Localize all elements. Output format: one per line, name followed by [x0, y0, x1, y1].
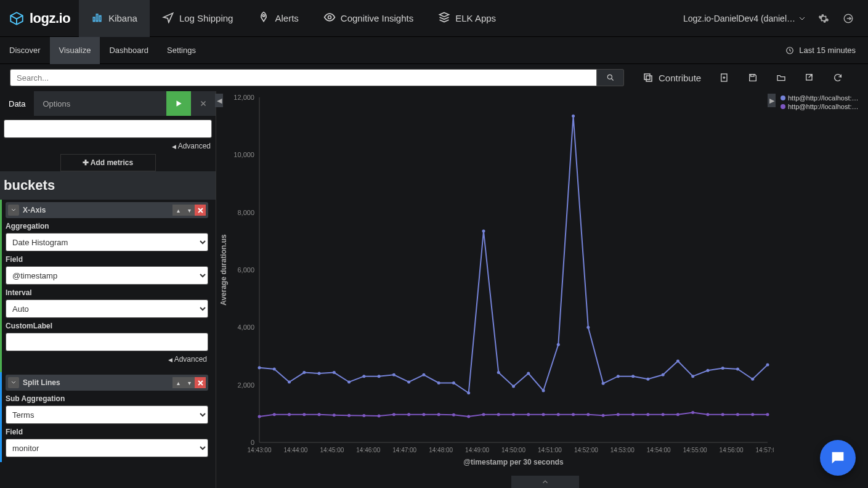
bucket-xaxis: X-Axis ▴ ▾ Aggregation Date Histogram Fi… [0, 200, 212, 372]
user-label: Logz.io-DanielDev4 (daniel… [683, 14, 795, 23]
sub-nav: DiscoverVisualizeDashboardSettings Last … [0, 37, 868, 64]
legend-expand-handle[interactable]: ▶ [768, 94, 776, 107]
metric-label-input[interactable] [4, 120, 212, 138]
move-up-button[interactable]: ▴ [172, 205, 184, 216]
svg-point-72 [751, 378, 754, 381]
svg-point-44 [333, 371, 336, 374]
svg-point-80 [347, 414, 351, 417]
svg-text:4,000: 4,000 [237, 323, 254, 331]
svg-point-45 [347, 381, 351, 384]
split-field-select[interactable]: monitor [6, 439, 208, 457]
remove-bucket-button[interactable] [195, 377, 206, 388]
add-metrics-button[interactable]: ✚ Add metrics [60, 154, 156, 171]
svg-point-63 [617, 375, 620, 378]
subnav-discover[interactable]: Discover [0, 37, 50, 64]
svg-text:14:44:00: 14:44:00 [283, 447, 307, 453]
svg-point-86 [437, 413, 440, 416]
intercom-chat-button[interactable] [820, 440, 856, 476]
brand-name: logz.io [30, 10, 70, 26]
interval-select[interactable]: Auto [6, 299, 208, 318]
svg-text:14:56:00: 14:56:00 [720, 447, 744, 453]
settings-gear-icon[interactable] [817, 12, 830, 25]
field-select[interactable]: @timestamp [6, 266, 208, 285]
save-icon[interactable] [748, 73, 758, 83]
legend-item[interactable]: http@http://localhost:… [781, 102, 866, 111]
search-input[interactable] [10, 69, 597, 86]
subagg-select[interactable]: Terms [6, 405, 208, 424]
sidebar-collapse-handle[interactable]: ◀ [215, 94, 223, 107]
svg-text:10,000: 10,000 [233, 151, 254, 158]
share-icon[interactable] [805, 73, 814, 83]
svg-point-66 [662, 373, 665, 376]
collapse-toggle[interactable] [8, 205, 19, 216]
svg-point-87 [452, 413, 455, 417]
legend-item[interactable]: http@http://localhost:… [781, 94, 866, 102]
spy-panel-toggle[interactable] [511, 476, 579, 488]
refresh-icon[interactable] [833, 73, 843, 83]
move-down-button[interactable]: ▾ [184, 205, 195, 216]
svg-point-82 [378, 415, 381, 418]
discard-button[interactable] [191, 91, 216, 116]
legend-dot-icon [781, 104, 785, 109]
svg-point-89 [482, 413, 485, 416]
svg-point-91 [512, 413, 515, 416]
logo-icon [9, 10, 25, 26]
svg-point-54 [482, 230, 485, 233]
svg-point-46 [362, 375, 365, 378]
svg-point-64 [631, 375, 635, 378]
nav-cognitive-insights[interactable]: Cognitive Insights [311, 0, 426, 37]
nav-kibana[interactable]: Kibana [79, 0, 150, 37]
bucket-split-lines: Split Lines ▴ ▾ Sub Aggregation Terms Fi… [0, 372, 212, 462]
svg-text:14:55:00: 14:55:00 [683, 447, 707, 453]
visualize-sidebar: DataOptions ◀ Advanced ✚ Add metrics buc… [0, 91, 216, 488]
svg-point-60 [572, 115, 575, 118]
advanced-toggle-xaxis[interactable]: ◀ Advanced [6, 351, 208, 367]
side-tab-data[interactable]: Data [0, 91, 34, 116]
svg-point-84 [407, 413, 410, 416]
aggregation-select[interactable]: Date Histogram [6, 233, 208, 251]
svg-text:14:51:00: 14:51:00 [538, 447, 562, 453]
user-menu[interactable]: Logz.io-DanielDev4 (daniel… [683, 14, 805, 23]
svg-point-75 [273, 413, 276, 416]
nav-log-shipping[interactable]: Log Shipping [150, 0, 246, 37]
logout-icon[interactable] [842, 12, 854, 25]
time-range-label[interactable]: Last 15 minutes [799, 46, 856, 55]
plane-icon [162, 11, 174, 25]
folder-open-icon[interactable] [776, 73, 786, 83]
interval-label: Interval [6, 288, 208, 297]
contribute-button[interactable]: Contribute [643, 72, 701, 83]
svg-point-65 [646, 378, 649, 381]
svg-point-77 [302, 413, 306, 416]
top-nav: logz.io KibanaLog ShippingAlertsCognitiv… [0, 0, 868, 37]
svg-point-61 [586, 326, 590, 329]
svg-point-40 [273, 368, 276, 371]
custom-label-input[interactable] [6, 333, 208, 351]
subnav-dashboard[interactable]: Dashboard [100, 37, 158, 64]
svg-point-9 [607, 75, 612, 79]
side-tab-options[interactable]: Options [34, 91, 79, 116]
nav-alerts[interactable]: Alerts [245, 0, 310, 37]
svg-rect-13 [751, 75, 754, 76]
svg-point-55 [497, 371, 500, 374]
subnav-visualize[interactable]: Visualize [50, 37, 100, 64]
apply-button[interactable] [166, 91, 191, 116]
svg-text:6,000: 6,000 [237, 266, 254, 274]
brand-logo[interactable]: logz.io [0, 10, 79, 26]
subnav-settings[interactable]: Settings [158, 37, 205, 64]
svg-rect-10 [644, 74, 650, 79]
svg-text:14:46:00: 14:46:00 [356, 447, 380, 453]
collapse-toggle[interactable] [8, 377, 19, 388]
new-sheet-icon[interactable] [720, 73, 729, 83]
move-up-button[interactable]: ▴ [172, 377, 184, 388]
remove-bucket-button[interactable] [195, 205, 206, 216]
split-field-label: Field [6, 428, 208, 436]
line-chart: 02,0004,0006,0008,00010,00012,00014:43:0… [216, 91, 774, 473]
search-button[interactable] [597, 69, 624, 86]
move-down-button[interactable]: ▾ [184, 377, 195, 388]
svg-point-41 [288, 381, 291, 384]
svg-point-68 [691, 375, 694, 378]
advanced-toggle-metrics[interactable]: ◀ Advanced [4, 138, 212, 154]
nav-elk-apps[interactable]: ELK Apps [426, 0, 508, 37]
svg-point-53 [467, 391, 470, 394]
aggregation-label: Aggregation [6, 222, 208, 230]
